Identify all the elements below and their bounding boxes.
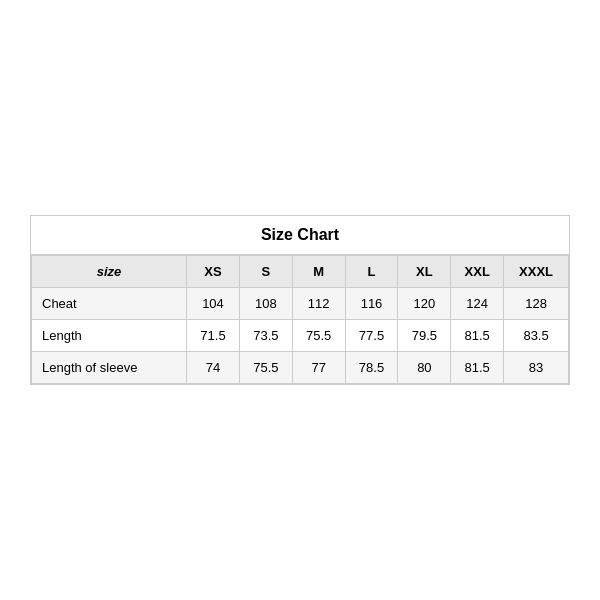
- cell-value: 108: [239, 288, 292, 320]
- cell-value: 80: [398, 352, 451, 384]
- cell-value: 116: [345, 288, 398, 320]
- cell-value: 73.5: [239, 320, 292, 352]
- cell-value: 79.5: [398, 320, 451, 352]
- cell-value: 77: [292, 352, 345, 384]
- cell-value: 104: [187, 288, 240, 320]
- col-header-xxxl: XXXL: [504, 256, 569, 288]
- col-header-s: S: [239, 256, 292, 288]
- cell-value: 124: [451, 288, 504, 320]
- size-column-header: size: [32, 256, 187, 288]
- cell-value: 83.5: [504, 320, 569, 352]
- row-label: Length: [32, 320, 187, 352]
- col-header-xl: XL: [398, 256, 451, 288]
- row-label: Length of sleeve: [32, 352, 187, 384]
- table-row: Length of sleeve7475.57778.58081.583: [32, 352, 569, 384]
- table-row: Cheat104108112116120124128: [32, 288, 569, 320]
- cell-value: 81.5: [451, 352, 504, 384]
- cell-value: 120: [398, 288, 451, 320]
- cell-value: 74: [187, 352, 240, 384]
- size-chart-container: Size Chart size XS S M L XL XXL XXXL Che…: [30, 215, 570, 385]
- cell-value: 75.5: [292, 320, 345, 352]
- table-title: Size Chart: [31, 216, 569, 255]
- cell-value: 128: [504, 288, 569, 320]
- row-label: Cheat: [32, 288, 187, 320]
- col-header-m: M: [292, 256, 345, 288]
- cell-value: 77.5: [345, 320, 398, 352]
- col-header-xs: XS: [187, 256, 240, 288]
- col-header-l: L: [345, 256, 398, 288]
- cell-value: 75.5: [239, 352, 292, 384]
- cell-value: 81.5: [451, 320, 504, 352]
- col-header-xxl: XXL: [451, 256, 504, 288]
- table-row: Length71.573.575.577.579.581.583.5: [32, 320, 569, 352]
- table-header-row: size XS S M L XL XXL XXXL: [32, 256, 569, 288]
- cell-value: 78.5: [345, 352, 398, 384]
- cell-value: 112: [292, 288, 345, 320]
- size-table: size XS S M L XL XXL XXXL Cheat104108112…: [31, 255, 569, 384]
- table-body: Cheat104108112116120124128Length71.573.5…: [32, 288, 569, 384]
- cell-value: 71.5: [187, 320, 240, 352]
- cell-value: 83: [504, 352, 569, 384]
